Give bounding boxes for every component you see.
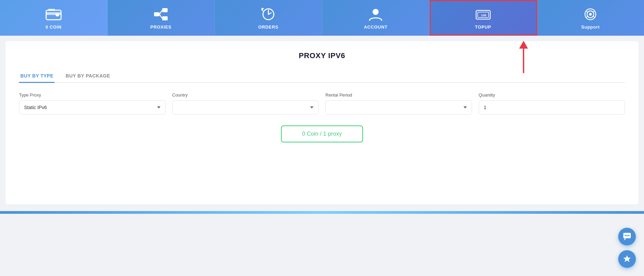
svg-line-8 xyxy=(159,14,162,18)
nav-support-label: Support xyxy=(581,24,600,30)
nav-item-support[interactable]: Support xyxy=(537,0,644,36)
svg-point-24 xyxy=(625,235,626,236)
country-label: Country xyxy=(172,92,319,98)
nav-item-orders[interactable]: ORDERS xyxy=(215,0,322,36)
svg-rect-2 xyxy=(56,14,59,16)
svg-line-7 xyxy=(159,10,162,14)
nav-item-topup[interactable]: 100 TOPUP xyxy=(430,0,537,36)
tab-bar: BUY BY TYPE BUY BY PACKAGE xyxy=(19,70,625,83)
chat-fab-button[interactable] xyxy=(618,228,636,245)
rental-period-select[interactable] xyxy=(325,100,472,115)
svg-point-26 xyxy=(628,235,629,236)
country-select[interactable] xyxy=(172,100,319,115)
type-proxy-label: Type Proxy xyxy=(19,92,166,98)
page-title: PROXY IPV6 xyxy=(19,51,625,60)
nav-orders-label: ORDERS xyxy=(258,24,279,30)
nav-account-label: ACCOUNT xyxy=(364,24,387,30)
svg-rect-6 xyxy=(154,12,159,16)
nav-item-account[interactable]: ACCOUNT xyxy=(322,0,430,36)
svg-rect-4 xyxy=(162,8,168,12)
star-fab-button[interactable] xyxy=(618,250,636,268)
form-row: Type Proxy Static IPv6 Country Rental Pe… xyxy=(19,92,625,115)
nav-item-coin[interactable]: 0 COIN xyxy=(0,0,108,36)
result-button[interactable]: 0 Coin / 1 proxy xyxy=(281,125,363,142)
result-area: 0 Coin / 1 proxy xyxy=(19,125,625,142)
topup-icon: 100 xyxy=(475,7,491,21)
nav-topup-label: TOPUP xyxy=(475,24,491,30)
svg-point-20 xyxy=(589,13,592,16)
svg-point-25 xyxy=(626,235,628,236)
rental-period-field: Rental Period xyxy=(325,92,472,115)
svg-text:100: 100 xyxy=(481,13,486,17)
quantity-field: Quantity xyxy=(479,92,625,115)
tab-buy-type[interactable]: BUY BY TYPE xyxy=(19,70,55,83)
orders-icon xyxy=(260,7,277,21)
tab-buy-package[interactable]: BUY BY PACKAGE xyxy=(64,70,111,83)
chat-icon xyxy=(623,232,631,241)
top-nav: 0 COIN PROXIES ORDERS ACCOUNT xyxy=(0,0,644,36)
svg-rect-5 xyxy=(162,16,168,20)
quantity-label: Quantity xyxy=(479,92,625,98)
svg-point-10 xyxy=(373,9,379,15)
wallet-icon xyxy=(45,7,62,21)
bottom-bar xyxy=(0,211,644,214)
svg-rect-3 xyxy=(48,9,55,11)
quantity-input[interactable] xyxy=(479,100,625,115)
country-field: Country xyxy=(172,92,319,115)
type-proxy-field: Type Proxy Static IPv6 xyxy=(19,92,166,115)
nav-proxies-label: PROXIES xyxy=(150,24,171,30)
nav-item-proxies[interactable]: PROXIES xyxy=(108,0,215,36)
nav-coin-label: 0 COIN xyxy=(45,24,61,30)
support-icon xyxy=(582,7,599,21)
proxies-icon xyxy=(153,7,169,21)
rental-period-label: Rental Period xyxy=(325,92,472,98)
main-content: PROXY IPV6 BUY BY TYPE BUY BY PACKAGE Ty… xyxy=(5,41,639,204)
star-icon xyxy=(623,255,631,263)
account-icon xyxy=(367,7,384,21)
svg-marker-27 xyxy=(623,255,631,262)
type-proxy-select[interactable]: Static IPv6 xyxy=(19,100,166,115)
